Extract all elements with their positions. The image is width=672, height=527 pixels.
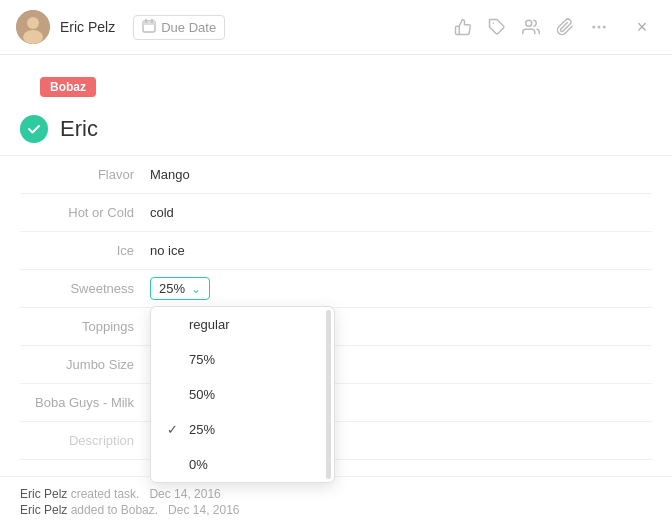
- svg-point-10: [598, 26, 600, 28]
- footer-line1-date: Dec 14, 2016: [149, 487, 220, 501]
- header-username: Eric Pelz: [60, 19, 115, 35]
- check-mark-0: [167, 457, 181, 472]
- dropdown-option-label-0: 0%: [189, 457, 208, 472]
- dropdown-option-label-75: 75%: [189, 352, 215, 367]
- hot-or-cold-value: cold: [150, 205, 174, 220]
- svg-point-9: [593, 26, 595, 28]
- field-row-jumbo-size: Jumbo Size: [20, 346, 652, 384]
- footer-line-1: Eric Pelz created task. Dec 14, 2016: [20, 487, 652, 501]
- flavor-label: Flavor: [20, 167, 150, 182]
- field-row-sweetness: Sweetness 25% ⌄ regular 75% 50% ✓ 25%: [20, 270, 652, 308]
- dropdown-option-regular[interactable]: regular: [151, 307, 334, 342]
- field-row-ice: Ice no ice: [20, 232, 652, 270]
- field-row-description: Description: [20, 422, 652, 460]
- milk-label: Boba Guys - Milk: [20, 395, 150, 410]
- dropdown-option-75[interactable]: 75%: [151, 342, 334, 377]
- check-mark-25: ✓: [167, 422, 181, 437]
- dropdown-option-25[interactable]: ✓ 25%: [151, 412, 334, 447]
- footer-line2-user: Eric Pelz: [20, 503, 67, 517]
- footer-line1-action: created task.: [71, 487, 140, 501]
- dropdown-option-0[interactable]: 0%: [151, 447, 334, 482]
- field-row-toppings: Toppings: [20, 308, 652, 346]
- bobaz-tag[interactable]: Bobaz: [40, 77, 96, 97]
- footer-line2-date: Dec 14, 2016: [168, 503, 239, 517]
- calendar-icon: [142, 19, 156, 36]
- jumbo-size-label: Jumbo Size: [20, 357, 150, 372]
- assign-button[interactable]: [516, 12, 546, 42]
- svg-point-11: [604, 26, 606, 28]
- fields-section: Flavor Mango Hot or Cold cold Ice no ice…: [0, 155, 672, 460]
- due-date-label: Due Date: [161, 20, 216, 35]
- flavor-value: Mango: [150, 167, 190, 182]
- dropdown-option-label-25: 25%: [189, 422, 215, 437]
- svg-rect-4: [143, 21, 155, 25]
- header-action-icons: [448, 12, 614, 42]
- dropdown-option-50[interactable]: 50%: [151, 377, 334, 412]
- sweetness-dropdown: regular 75% 50% ✓ 25% 0%: [150, 306, 335, 483]
- sweetness-label: Sweetness: [20, 281, 150, 296]
- avatar: [16, 10, 50, 44]
- toppings-label: Toppings: [20, 319, 150, 334]
- sweetness-selected-value: 25%: [159, 281, 185, 296]
- task-header: Eric Pelz Due Date: [0, 0, 672, 55]
- close-button[interactable]: ×: [628, 13, 656, 41]
- task-title: Eric: [60, 116, 98, 142]
- footer-line1-user: Eric Pelz: [20, 487, 67, 501]
- svg-point-8: [526, 20, 532, 26]
- sweetness-dropdown-trigger[interactable]: 25% ⌄: [150, 277, 210, 300]
- dropdown-scrollbar[interactable]: [326, 310, 331, 479]
- field-row-milk: Boba Guys - Milk: [20, 384, 652, 422]
- footer: Eric Pelz created task. Dec 14, 2016 Eri…: [0, 476, 672, 527]
- ice-label: Ice: [20, 243, 150, 258]
- due-date-button[interactable]: Due Date: [133, 15, 225, 40]
- field-row-hot-or-cold: Hot or Cold cold: [20, 194, 652, 232]
- dropdown-option-label-50: 50%: [189, 387, 215, 402]
- check-mark-regular: [167, 317, 181, 332]
- thumbs-up-button[interactable]: [448, 12, 478, 42]
- svg-point-1: [27, 17, 39, 29]
- description-label: Description: [20, 433, 150, 448]
- chevron-down-icon: ⌄: [191, 282, 201, 296]
- field-row-flavor: Flavor Mango: [20, 156, 652, 194]
- attachment-button[interactable]: [550, 12, 580, 42]
- svg-point-2: [23, 30, 43, 44]
- footer-line-2: Eric Pelz added to Bobaz. Dec 14, 2016: [20, 503, 652, 517]
- dropdown-option-label-regular: regular: [189, 317, 229, 332]
- ice-value: no ice: [150, 243, 185, 258]
- task-title-row: Eric: [0, 109, 672, 155]
- footer-line2-action: added to Bobaz.: [71, 503, 158, 517]
- more-button[interactable]: [584, 12, 614, 42]
- hot-or-cold-label: Hot or Cold: [20, 205, 150, 220]
- task-complete-icon[interactable]: [20, 115, 48, 143]
- check-mark-50: [167, 387, 181, 402]
- check-mark-75: [167, 352, 181, 367]
- tag-button[interactable]: [482, 12, 512, 42]
